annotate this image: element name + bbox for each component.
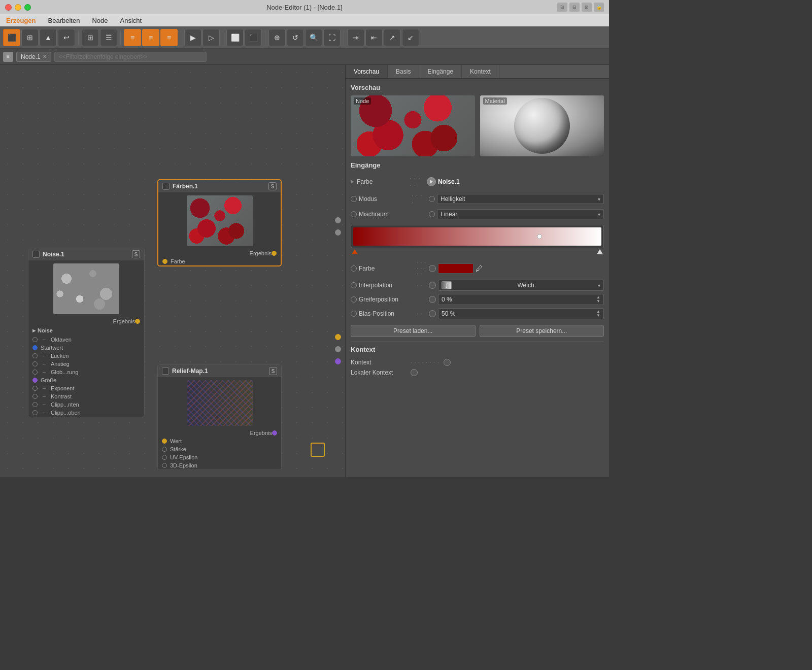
kontext-connector-2[interactable] xyxy=(411,369,418,376)
menu-bearbeiten[interactable]: Bearbeiten xyxy=(46,16,82,25)
port-dot-clippnten[interactable] xyxy=(32,402,38,407)
panel-icon-2[interactable]: ⊟ xyxy=(569,3,580,12)
prop-interp-connector[interactable] xyxy=(429,282,436,289)
tool-nav4[interactable]: ↙ xyxy=(402,29,419,46)
gradient-marker-left[interactable] xyxy=(352,249,358,254)
mischraum-radio[interactable] xyxy=(351,211,357,217)
gradient-marker-right[interactable] xyxy=(597,249,603,254)
frame-indicator[interactable] xyxy=(311,443,325,457)
farben-node[interactable]: Färben.1 S Ergebnis Farbe xyxy=(157,179,282,266)
prop-farbe-radio[interactable] xyxy=(351,265,357,272)
filter-input[interactable] xyxy=(54,52,207,62)
biaspos-stepper[interactable]: 50 % ▲ ▼ xyxy=(438,308,604,319)
panel-icon-3[interactable]: ⊠ xyxy=(582,3,592,12)
tool-rotate[interactable]: ↺ xyxy=(287,29,304,46)
gradient-bar[interactable] xyxy=(353,227,601,246)
noise-node[interactable]: Noise.1 S Ergebnis ▶ Noise xyxy=(28,248,145,417)
tool-nav2[interactable]: ⇤ xyxy=(365,29,383,46)
tab-vorschau[interactable]: Vorschau xyxy=(346,65,388,78)
farben-output-dot[interactable] xyxy=(272,251,277,256)
minimize-button[interactable] xyxy=(15,4,21,11)
tool-frame[interactable]: ⬜ xyxy=(226,29,244,46)
tab-kontext[interactable]: Kontext xyxy=(462,65,499,78)
relief-settings-icon[interactable]: S xyxy=(269,367,277,375)
tab-eingaenge[interactable]: Eingänge xyxy=(419,65,462,78)
noise-group-header[interactable]: ▶ Noise xyxy=(28,325,144,336)
biaspos-down[interactable]: ▼ xyxy=(596,314,600,318)
tool-node3[interactable]: ≡ xyxy=(160,29,178,46)
maximize-button[interactable] xyxy=(24,4,31,11)
port-dot-oktaven[interactable] xyxy=(32,337,38,342)
farben-settings-icon[interactable]: S xyxy=(268,182,277,190)
port-dot-kontrast[interactable] xyxy=(32,394,38,399)
mischraum-connector[interactable] xyxy=(429,211,435,217)
tab-basis[interactable]: Basis xyxy=(388,65,419,78)
relief-node[interactable]: Relief-Map.1 S Ergebnis Wert Stärke UV-E… xyxy=(157,364,282,470)
prop-interp-radio[interactable] xyxy=(351,282,357,288)
tool-zoom2[interactable]: ⛶ xyxy=(323,29,341,46)
tool-zoom[interactable]: 🔍 xyxy=(305,29,322,46)
prop-greiferpos-radio[interactable] xyxy=(351,296,357,303)
port-dot-startwert[interactable] xyxy=(32,345,38,350)
port-dot-wert[interactable] xyxy=(162,439,167,444)
greiferpos-down[interactable]: ▼ xyxy=(596,299,600,304)
tool-node1[interactable]: ≡ xyxy=(124,29,141,46)
tool-play[interactable]: ▶ xyxy=(184,29,201,46)
port-dot-3dep[interactable] xyxy=(162,463,167,468)
preset-load-button[interactable]: Preset laden... xyxy=(351,325,476,337)
eyedropper-icon[interactable]: 🖊 xyxy=(476,264,483,273)
tool-new[interactable]: ⬛ xyxy=(3,29,20,46)
menu-node[interactable]: Node xyxy=(90,16,110,25)
tool-triangle[interactable]: ▲ xyxy=(40,29,57,46)
tool-grid[interactable]: ⊞ xyxy=(82,29,99,46)
tool-frame2[interactable]: ⬛ xyxy=(245,29,262,46)
tool-nav1[interactable]: ⇥ xyxy=(347,29,364,46)
port-dot-luecken[interactable] xyxy=(32,353,38,358)
prop-biaspos-connector[interactable] xyxy=(429,310,436,317)
port-dot-exponent[interactable] xyxy=(32,386,38,391)
port-dot-staerke[interactable] xyxy=(162,447,167,452)
tool-list[interactable]: ☰ xyxy=(100,29,117,46)
node-canvas[interactable]: Noise.1 S Ergebnis ▶ Noise xyxy=(0,65,345,477)
biaspos-stepper-arrows[interactable]: ▲ ▼ xyxy=(596,310,600,318)
modus-radio[interactable] xyxy=(351,196,357,202)
side-dot-purple[interactable] xyxy=(335,358,341,364)
farben-input-dot[interactable] xyxy=(162,259,167,264)
relief-output-dot[interactable] xyxy=(272,430,277,436)
farbe-connector[interactable] xyxy=(427,177,436,186)
prop-farbe-swatch[interactable] xyxy=(438,263,473,274)
noise-output-dot[interactable] xyxy=(135,319,140,324)
lock-icon[interactable]: 🔒 xyxy=(594,3,604,12)
port-dot-uvep[interactable] xyxy=(162,455,167,460)
close-button[interactable] xyxy=(5,4,12,11)
filter-icon[interactable]: ≡ xyxy=(3,52,13,62)
gradient-bar-container[interactable] xyxy=(351,225,604,248)
node-tab-close[interactable]: ✕ xyxy=(43,54,47,59)
panel-icon-1[interactable]: ⊞ xyxy=(557,3,567,12)
preset-save-button[interactable]: Preset speichern... xyxy=(480,325,604,337)
tool-nav3[interactable]: ↗ xyxy=(384,29,401,46)
tool-cursor[interactable]: ⊕ xyxy=(268,29,286,46)
mischraum-dropdown[interactable]: Linear ▾ xyxy=(437,209,604,219)
port-dot-groesse[interactable] xyxy=(32,378,38,383)
menu-ansicht[interactable]: Ansicht xyxy=(118,16,144,25)
node-tab[interactable]: Node.1 ✕ xyxy=(16,52,51,62)
tool-play2[interactable]: ▷ xyxy=(202,29,220,46)
port-dot-glob[interactable] xyxy=(32,370,38,375)
greiferpos-stepper[interactable]: 0 % ▲ ▼ xyxy=(438,294,604,305)
port-dot-anstieg[interactable] xyxy=(32,361,38,366)
prop-farbe-connector[interactable] xyxy=(429,265,436,272)
prop-greiferpos-connector[interactable] xyxy=(429,296,436,303)
gradient-handle[interactable] xyxy=(537,234,542,239)
tool-open[interactable]: ⊞ xyxy=(21,29,39,46)
prop-biaspos-radio[interactable] xyxy=(351,311,357,317)
interp-dropdown[interactable]: ∫ Weich ▾ xyxy=(438,280,604,291)
tool-node2[interactable]: ≡ xyxy=(142,29,159,46)
menu-erzeugen[interactable]: Erzeugen xyxy=(4,16,38,25)
modus-dropdown[interactable]: Helligkeit ▾ xyxy=(437,194,604,204)
port-dot-clippoben[interactable] xyxy=(32,410,38,415)
side-dot-yellow[interactable] xyxy=(335,334,341,340)
greiferpos-stepper-arrows[interactable]: ▲ ▼ xyxy=(596,295,600,304)
kontext-connector-1[interactable] xyxy=(444,359,451,366)
tool-arrow[interactable]: ↩ xyxy=(58,29,75,46)
